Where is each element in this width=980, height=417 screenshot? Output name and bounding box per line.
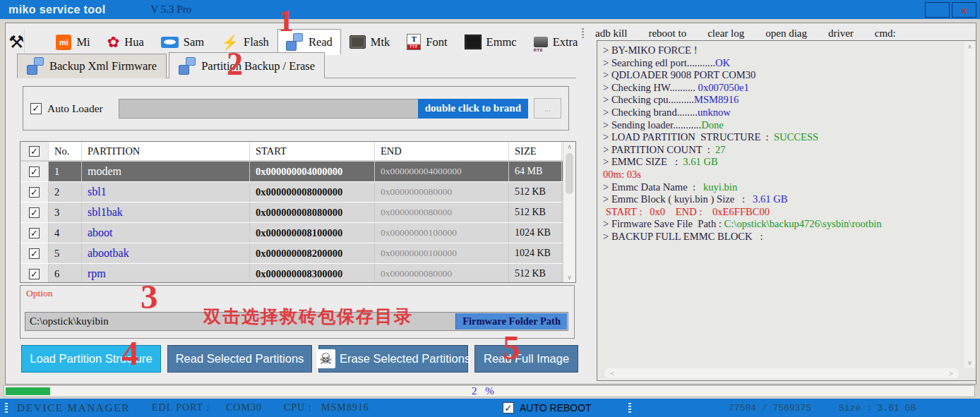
cell-start: 0x000000008000000	[250, 182, 375, 202]
toolbar-tab-label: Font	[426, 35, 447, 49]
row-checkbox[interactable]	[29, 207, 40, 218]
select-all-checkbox[interactable]	[29, 146, 40, 157]
log-line: > LOAD PARTITION STRUCTURE : SUCCESS	[603, 131, 960, 144]
option-group-label: Option	[26, 288, 53, 299]
firmware-folder-path-button[interactable]: Firmware Folder Path	[455, 313, 567, 330]
cell-no: 6	[49, 264, 82, 283]
toolbar-tab-emmc[interactable]: Emmc	[456, 29, 525, 55]
toolbar-tab-label: Read	[309, 35, 333, 49]
log-line: > PARTITION COUNT : 27	[603, 144, 960, 157]
col-no[interactable]: No.	[49, 142, 82, 160]
toolbar-tab-font[interactable]: TTTFFont	[398, 29, 455, 55]
close-icon: x	[962, 5, 967, 16]
log-line: 00m: 03s	[603, 169, 960, 181]
block-counter: 77504 / 7569375	[729, 399, 811, 417]
cell-size: 1024 KB	[509, 223, 562, 243]
table-row[interactable]: 6rpm0x0000000083000000x0000000080000512 …	[20, 264, 575, 283]
col-size[interactable]: SIZE	[509, 142, 562, 160]
scroll-right-icon[interactable]: >	[949, 369, 953, 377]
table-header: No. PARTITION START END SIZE	[20, 142, 575, 162]
cell-start: 0x000000004000000	[250, 162, 375, 181]
menu-grip-icon[interactable]	[582, 28, 584, 39]
close-button[interactable]: x	[952, 2, 976, 18]
row-checkbox[interactable]	[29, 187, 40, 198]
cell-size: 1024 KB	[509, 243, 562, 263]
annotation-5: 5	[503, 330, 520, 365]
menu-item-clear-log[interactable]: clear log	[707, 28, 744, 40]
row-checkbox[interactable]	[29, 167, 40, 177]
row-checkbox[interactable]	[29, 269, 40, 279]
cell-start: 0x000000008200000	[250, 243, 375, 263]
tab-partition-backup-erase[interactable]: Partition Backup / Erase	[169, 52, 325, 78]
action-buttons: Load Partition StructureRead Selected Pa…	[21, 345, 575, 373]
table-scrollbar[interactable]: ∧ ∨	[563, 142, 575, 282]
erase-selected-partitions-button[interactable]: ☠Erase Selected Partitions	[318, 345, 468, 373]
read-selected-partitions-button[interactable]: Read Selected Partitions	[167, 345, 312, 373]
log-line: > Sending loader...........Done	[603, 119, 960, 132]
tab-label: Backup Xml Firmware	[49, 59, 157, 73]
cell-end: 0x00000000100000	[375, 223, 509, 243]
toolbar-tab-hua[interactable]: ✿Hua	[99, 29, 153, 55]
scroll-down-icon[interactable]: ∨	[567, 272, 572, 282]
table-row[interactable]: 4aboot0x0000000081000000x000000001000001…	[20, 223, 575, 243]
toolbar-tab-label: Flash	[244, 35, 269, 49]
auto-loader-checkbox[interactable]	[30, 103, 42, 114]
col-end[interactable]: END	[375, 142, 509, 160]
col-start[interactable]: START	[250, 142, 375, 160]
scroll-up-icon[interactable]: ∧	[567, 142, 572, 152]
log-line: > Checking cpu..........MSM8916	[603, 94, 960, 107]
cell-size: 512 KB	[509, 264, 562, 283]
table-row[interactable]: 1modem0x0000000040000000x000000004000000…	[20, 162, 575, 182]
auto-loader-label: Auto Loader	[47, 102, 103, 115]
table-row[interactable]: 3sbl1bak0x0000000080800000x0000000080000…	[20, 203, 575, 223]
button-label: Read Selected Partitions	[176, 352, 304, 365]
table-row[interactable]: 2sbl10x0000000080000000x0000000080000512…	[20, 182, 575, 203]
cell-start: 0x000000008080000	[250, 203, 375, 222]
auto-reboot-checkbox[interactable]	[503, 402, 514, 413]
col-partition[interactable]: PARTITION	[82, 142, 250, 160]
log-line: > Searching edl port...........OK	[603, 57, 960, 70]
menu-item-cmd-[interactable]: cmd:	[875, 28, 896, 40]
log-hscrollbar[interactable]: < >	[604, 368, 959, 378]
load-partition-structure-button[interactable]: Load Partition Structure	[21, 345, 161, 373]
toolbar-tab-flash[interactable]: ⚡Flash	[213, 29, 277, 55]
app-version: V 5.3 Pro	[151, 4, 192, 16]
scroll-up-icon[interactable]: ∧	[967, 42, 972, 52]
tab-backup-xml-firmware[interactable]: Backup Xml Firmware	[17, 54, 167, 78]
tools-button[interactable]: ⚒	[8, 29, 25, 55]
minimize-button[interactable]	[925, 2, 950, 18]
cell-end: 0x0000000080000	[375, 264, 509, 283]
toolbar-tab-mi[interactable]: miMi	[47, 29, 98, 55]
menu-item-adb-kill[interactable]: adb kill	[595, 28, 627, 40]
partition-table: No. PARTITION START END SIZE 1modem0x000…	[20, 141, 576, 283]
scroll-down-icon[interactable]: ∨	[967, 358, 972, 368]
statusbar-grip-icon	[628, 403, 631, 413]
log-vscrollbar[interactable]: ∧ ∨	[964, 42, 975, 368]
menu-item-reboot-to[interactable]: reboot to	[648, 28, 686, 40]
toolbar-tab-extra[interactable]: RTEExtra	[525, 29, 587, 55]
row-checkbox[interactable]	[29, 228, 40, 238]
cell-end: 0x0000000080000	[375, 182, 509, 202]
toolbar-tab-mtk[interactable]: Mtk	[341, 29, 399, 55]
menu-item-open-diag[interactable]: open diag	[765, 28, 807, 40]
row-checkbox[interactable]	[29, 248, 40, 259]
cell-partition: abootbak	[82, 243, 250, 263]
app-title: miko service tool	[8, 4, 106, 16]
toolbar-tab-label: Mi	[76, 35, 90, 49]
cell-size: 512 KB	[509, 182, 562, 202]
size-indicator: Size : 3.61 GB	[839, 399, 916, 417]
scroll-thumb[interactable]	[566, 153, 573, 194]
toolbar-tab-sam[interactable]: Sam	[153, 29, 213, 55]
brand-hint-label[interactable]: double click to brand	[418, 99, 528, 119]
read-full-image-button[interactable]: Read Full Image	[474, 345, 578, 373]
table-row[interactable]: 5abootbak0x0000000082000000x000000001000…	[20, 243, 575, 264]
loader-path-input[interactable]: double click to brand	[119, 99, 528, 119]
cell-no: 1	[49, 162, 82, 181]
usb-read-icon	[27, 57, 44, 75]
tools-icon: ⚒	[8, 32, 24, 52]
menu-item-driver[interactable]: driver	[828, 28, 854, 40]
scroll-left-icon[interactable]: <	[610, 369, 614, 377]
browse-button[interactable]: ...	[534, 98, 561, 119]
log-menu: adb killreboot toclear logopen diagdrive…	[582, 27, 917, 40]
cell-no: 2	[49, 182, 82, 202]
